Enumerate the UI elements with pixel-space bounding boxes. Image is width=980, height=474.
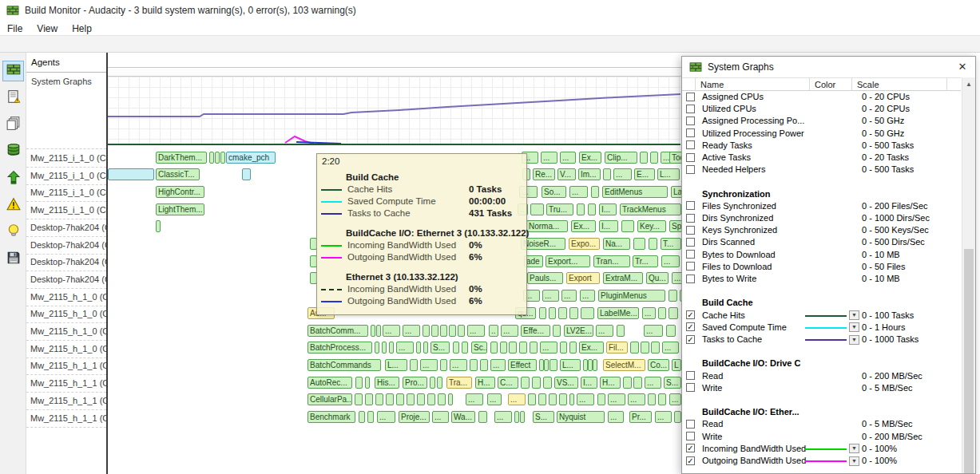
task-block[interactable]: ... bbox=[450, 359, 467, 371]
task-block[interactable] bbox=[453, 342, 459, 354]
task-block[interactable] bbox=[423, 342, 428, 354]
series-row[interactable]: Dirs Scanned0 - 500 Dirs/Sec bbox=[683, 236, 962, 248]
task-block[interactable]: C... bbox=[498, 377, 518, 389]
agent-row[interactable]: Mw_2115_i_1_0 (Co bbox=[26, 202, 106, 219]
system-graph-canvas[interactable] bbox=[108, 77, 680, 145]
task-block[interactable]: Expo... bbox=[569, 238, 600, 250]
agent-row[interactable]: Mw_2115_i_1_0 (Co bbox=[26, 184, 106, 202]
series-checkbox[interactable] bbox=[686, 214, 695, 223]
column-header-color[interactable]: Color bbox=[810, 78, 852, 91]
build-messages-icon[interactable] bbox=[2, 88, 24, 109]
task-block[interactable]: Proje... bbox=[399, 411, 430, 423]
task-block[interactable]: I... bbox=[599, 203, 617, 215]
task-block[interactable] bbox=[549, 307, 556, 319]
task-block[interactable]: Re... bbox=[533, 168, 555, 180]
scrollbar-up-arrow-icon[interactable]: ▲ bbox=[962, 77, 975, 91]
task-block[interactable] bbox=[669, 307, 678, 319]
menu-view[interactable]: View bbox=[30, 22, 65, 34]
task-block[interactable]: ... bbox=[561, 290, 577, 302]
task-block[interactable]: ... bbox=[642, 307, 656, 319]
task-block[interactable] bbox=[648, 393, 656, 405]
task-block[interactable]: ... bbox=[420, 359, 438, 371]
task-block[interactable] bbox=[382, 342, 387, 354]
task-block[interactable]: ... bbox=[396, 342, 414, 354]
agent-row[interactable]: Desktop-7hak204 (C bbox=[26, 271, 106, 289]
task-block[interactable]: So... bbox=[542, 186, 566, 198]
task-block[interactable]: Tran... bbox=[593, 255, 630, 267]
task-block[interactable]: cmake_pch bbox=[226, 152, 276, 164]
dialog-close-icon[interactable]: ✕ bbox=[950, 57, 975, 77]
task-block[interactable] bbox=[559, 393, 567, 405]
task-block[interactable] bbox=[532, 377, 541, 389]
task-block[interactable]: L bbox=[672, 359, 681, 371]
build-cache-icon[interactable] bbox=[2, 141, 24, 162]
menu-file[interactable]: File bbox=[0, 22, 30, 34]
task-block[interactable] bbox=[623, 377, 632, 389]
task-block[interactable]: Pr... bbox=[629, 411, 652, 423]
series-row[interactable]: Utilized Processing Power0 - 50 GHz bbox=[683, 128, 962, 140]
series-row[interactable]: ✓Incoming BandWidth Used▼0 - 100% bbox=[683, 443, 962, 455]
task-block[interactable]: VS... bbox=[554, 377, 578, 389]
task-block[interactable] bbox=[365, 393, 373, 405]
series-color-dropdown-icon[interactable]: ▼ bbox=[849, 456, 859, 466]
series-checkbox[interactable] bbox=[686, 420, 695, 429]
series-checkbox[interactable] bbox=[686, 262, 695, 271]
series-checkbox[interactable] bbox=[686, 140, 695, 149]
task-block[interactable]: NoiseR... bbox=[521, 238, 565, 250]
task-block[interactable]: ... bbox=[569, 186, 588, 198]
task-block[interactable]: HighContr... bbox=[156, 186, 204, 198]
task-block[interactable]: Im... bbox=[578, 168, 601, 180]
task-block[interactable] bbox=[588, 203, 596, 215]
task-block[interactable] bbox=[581, 307, 594, 319]
series-row[interactable]: ✓Cache Hits▼0 - 100 Tasks bbox=[683, 310, 962, 322]
task-block[interactable] bbox=[371, 325, 375, 337]
task-block[interactable]: V... bbox=[557, 168, 576, 180]
series-checkbox[interactable] bbox=[686, 275, 695, 283]
task-block[interactable]: Fil... bbox=[606, 342, 628, 354]
task-block[interactable] bbox=[666, 325, 676, 337]
agent-row[interactable]: Mw_2115_h_1_1 (C bbox=[26, 375, 106, 393]
series-checkbox[interactable] bbox=[686, 165, 695, 174]
task-block[interactable] bbox=[650, 152, 658, 164]
task-block[interactable]: I... bbox=[581, 377, 597, 389]
task-block[interactable]: S... bbox=[430, 342, 450, 354]
task-block[interactable]: H... bbox=[600, 377, 621, 389]
task-block[interactable]: Ex... bbox=[579, 152, 601, 164]
task-block[interactable] bbox=[544, 359, 549, 371]
series-row[interactable]: Read0 - 200 MB/Sec bbox=[683, 370, 962, 382]
series-row[interactable]: Ready Tasks0 - 500 Tasks bbox=[683, 140, 962, 152]
task-block[interactable]: ... bbox=[540, 342, 557, 354]
task-block[interactable] bbox=[569, 393, 574, 405]
task-block[interactable]: ... bbox=[580, 290, 595, 302]
task-block[interactable] bbox=[470, 359, 478, 371]
agent-row[interactable]: Mw_2115_h_1_0 (C bbox=[26, 306, 106, 323]
task-block[interactable] bbox=[437, 377, 442, 389]
task-block[interactable] bbox=[519, 342, 527, 354]
task-block[interactable] bbox=[410, 359, 418, 371]
task-block[interactable]: ... bbox=[577, 393, 594, 405]
series-color-dropdown-icon[interactable]: ▼ bbox=[849, 444, 859, 453]
dialog-scrollbar[interactable]: ▲ bbox=[962, 77, 975, 473]
series-checkbox[interactable] bbox=[686, 105, 695, 113]
task-block[interactable]: ... bbox=[487, 393, 502, 405]
series-checkbox[interactable] bbox=[686, 128, 695, 137]
task-block[interactable]: Ex... bbox=[571, 220, 596, 232]
task-block[interactable]: Key... bbox=[637, 220, 666, 232]
task-block[interactable] bbox=[440, 325, 447, 337]
task-block[interactable]: ... bbox=[501, 325, 518, 337]
series-row[interactable]: Read0 - 5 MB/Sec bbox=[683, 418, 962, 430]
task-block[interactable] bbox=[674, 411, 681, 423]
task-block[interactable] bbox=[550, 359, 557, 371]
task-block[interactable] bbox=[359, 411, 365, 423]
task-block[interactable]: Nyquist bbox=[557, 411, 605, 423]
task-block[interactable]: ... bbox=[508, 393, 526, 405]
task-block[interactable] bbox=[640, 152, 648, 164]
task-block[interactable] bbox=[478, 411, 487, 423]
task-block[interactable]: Pro... bbox=[403, 377, 427, 389]
task-block[interactable]: BatchProcess... bbox=[307, 342, 372, 354]
task-block[interactable]: E... bbox=[634, 168, 655, 180]
task-block[interactable] bbox=[651, 342, 660, 354]
task-block[interactable] bbox=[440, 359, 447, 371]
series-row[interactable]: Active Tasks0 - 20 Tasks bbox=[683, 152, 962, 164]
series-row[interactable]: Files Synchronized0 - 200 Files/Sec bbox=[683, 200, 962, 212]
